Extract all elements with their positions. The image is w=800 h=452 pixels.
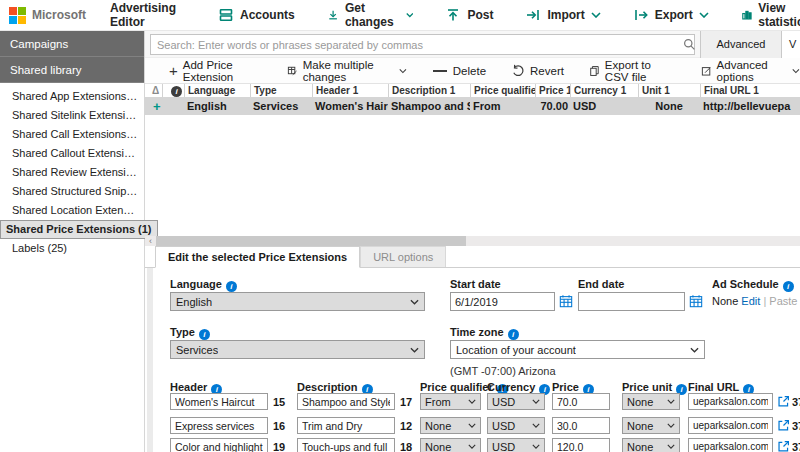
sidebar-section-shared-library[interactable]: Shared library [0,57,144,83]
info-icon[interactable]: i [199,329,210,340]
export-to-csv-button[interactable]: Export to CSV file [589,59,676,83]
url-char-count: 37 [792,393,800,408]
header-input[interactable] [170,438,268,452]
final-url-input[interactable] [688,438,773,452]
price-input[interactable] [552,438,610,452]
ad-schedule-paste-link[interactable]: Paste [769,295,797,307]
tab-url-options[interactable]: URL options [360,246,446,267]
external-link-icon[interactable] [777,393,790,410]
chevron-down-icon [410,347,419,353]
advanced-options-button[interactable]: Advanced options [701,59,800,83]
price-qualifier-select[interactable]: None [420,438,481,452]
start-date-label: Start date [450,278,501,290]
view-statistics-button[interactable]: View statistics [741,1,800,29]
search-input[interactable] [150,34,695,55]
description-input[interactable] [297,438,395,452]
final-url-input[interactable] [688,393,773,410]
time-zone-value: Location of your account [456,344,576,356]
search-icon[interactable] [683,38,696,51]
add-price-extension-button[interactable]: + Add Price Extension [169,59,262,83]
final-url-input[interactable] [688,417,773,434]
chevron-down-icon [699,12,709,18]
scroll-left-arrow-icon[interactable]: ‹ [145,236,156,246]
chevron-down-icon [667,399,675,404]
column-header-final-url1[interactable]: Final URL 1 [700,84,800,97]
url-char-count: 37 [792,438,800,452]
column-header-price-qualifier1[interactable]: Price qualifier 1 [470,84,535,97]
cell-price1: 70.00 [535,100,570,112]
price-input[interactable] [552,417,610,434]
language-select[interactable]: English [170,292,425,311]
info-icon[interactable]: i [508,329,519,340]
start-date-input[interactable] [450,292,555,311]
description-char-count: 18 [400,438,412,452]
sidebar: Campaigns Shared library Shared App Exte… [0,31,145,452]
price-input[interactable] [552,393,610,410]
column-header-currency1[interactable]: Currency 1 [570,84,638,97]
header-input[interactable] [170,417,268,434]
column-header-type[interactable]: Type [250,84,312,97]
export-button[interactable]: Export [633,7,709,23]
external-link-icon[interactable] [777,438,790,452]
description-input[interactable] [297,417,395,434]
sidebar-item-labels[interactable]: Labels (25) [0,239,144,258]
revert-button[interactable]: Revert [511,64,564,78]
accounts-label: Accounts [240,8,295,22]
description-char-count: 12 [400,417,412,432]
info-icon[interactable]: i [783,281,794,292]
time-zone-label: Time zonei [450,326,519,340]
currency-select[interactable]: USD [487,417,545,434]
table-row-selected[interactable]: + English Services Women's Haircut Shamp… [145,97,800,115]
info-icon[interactable]: i [226,281,237,292]
end-date-input[interactable] [578,292,685,311]
cell-currency1: USD [570,100,638,112]
sidebar-item-app-extensions[interactable]: Shared App Extensions (2) [0,87,144,106]
header-input[interactable] [170,393,268,410]
price-qualifier-select[interactable]: From [420,393,481,410]
sidebar-item-structured-snippet-extensions[interactable]: Shared Structured Snippet Extensions (3)… [0,182,144,201]
vertical-scrollbar[interactable] [147,268,153,452]
header-char-count: 16 [273,417,285,432]
sidebar-item-price-extensions[interactable]: Shared Price Extensions (1) [0,220,158,239]
sidebar-item-callout-extensions[interactable]: Shared Callout Extensions (14) [0,144,144,163]
tab-edit-price-extensions[interactable]: Edit the selected Price Extensions [155,246,360,268]
column-header-header1[interactable]: Header 1 [312,84,388,97]
sidebar-section-campaigns[interactable]: Campaigns [0,31,144,57]
sidebar-item-call-extensions[interactable]: Shared Call Extensions (5) [0,125,144,144]
accounts-button[interactable]: Accounts [218,7,295,23]
currency-select[interactable]: USD [487,393,545,410]
description-input[interactable] [297,393,395,410]
price-qualifier-select[interactable]: None [420,417,481,434]
column-header-unit1[interactable]: Unit 1 [638,84,700,97]
calendar-icon[interactable] [559,294,573,310]
delete-button[interactable]: Delete [432,65,486,77]
sidebar-item-sitelink-extensions[interactable]: Shared Sitelink Extensions (9) [0,106,144,125]
get-changes-button[interactable]: Get changes [327,1,414,29]
post-button[interactable]: Post [445,7,493,23]
ad-schedule-edit-link[interactable]: Edit [741,295,760,307]
column-header-price1[interactable]: Price 1 [535,84,570,97]
select-value: None [425,420,451,432]
price-unit-select[interactable]: None [622,417,680,434]
info-column-header[interactable]: i [162,84,184,97]
column-header-language[interactable]: Language [184,84,250,97]
advanced-search-button[interactable]: Advanced search [700,31,782,58]
column-header-description1[interactable]: Description 1 [388,84,470,97]
price-unit-select[interactable]: None [622,393,680,410]
price-unit-select[interactable]: None [622,438,680,452]
import-button[interactable]: Import [525,7,600,23]
scrollbar-thumb[interactable] [156,236,466,246]
horizontal-scrollbar[interactable]: ‹ [145,236,800,246]
sidebar-item-review-extensions[interactable]: Shared Review Extensions (2) [0,163,144,182]
select-value: USD [492,441,515,452]
type-select[interactable]: Services [170,340,425,359]
change-type-column-header[interactable]: Δ [145,84,162,97]
view-button-partial[interactable]: V [782,31,800,58]
make-multiple-changes-button[interactable]: Make multiple changes [287,59,407,83]
time-zone-select[interactable]: Location of your account [450,340,705,359]
calendar-icon[interactable] [689,294,703,310]
sidebar-item-location-extensions[interactable]: Shared Location Extensions (4) [0,201,144,220]
chevron-down-icon [591,12,601,18]
external-link-icon[interactable] [777,417,790,434]
currency-select[interactable]: USD [487,438,545,452]
